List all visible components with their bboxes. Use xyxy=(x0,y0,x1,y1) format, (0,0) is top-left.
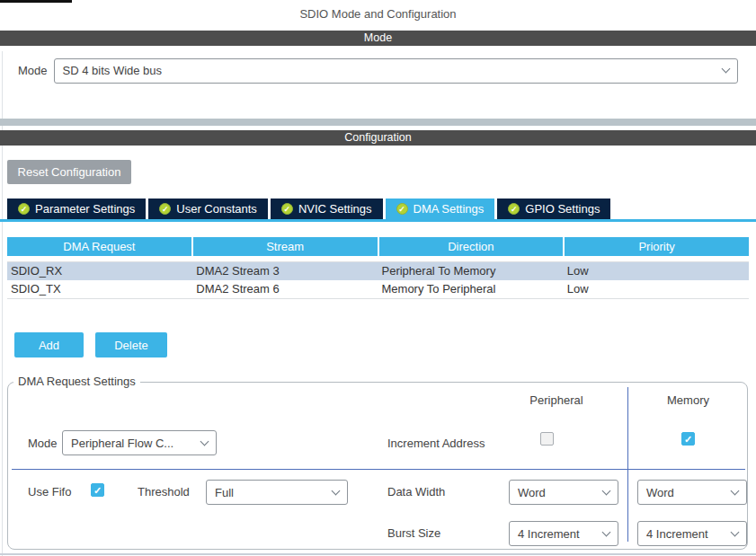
settings-row-divider xyxy=(12,469,745,470)
dma-table-header: DMA Request Stream Direction Priority xyxy=(7,237,749,256)
threshold-select-value: Full xyxy=(215,486,234,499)
check-circle-icon xyxy=(508,203,520,215)
section-divider-bar xyxy=(0,119,756,126)
cell-dma-request: SDIO_TX xyxy=(7,280,192,298)
tab-label: DMA Settings xyxy=(414,202,485,216)
panel-left-border xyxy=(2,51,3,556)
reset-configuration-button[interactable]: Reset Configuration xyxy=(7,160,131,184)
tab-dma-settings[interactable]: DMA Settings xyxy=(386,199,495,219)
page-title: SDIO Mode and Configuration xyxy=(0,7,756,21)
cell-stream: DMA2 Stream 6 xyxy=(192,280,378,298)
mode-label: Mode xyxy=(18,64,48,77)
threshold-select[interactable]: Full xyxy=(206,480,348,505)
table-row-sdio-tx[interactable]: SDIO_TX DMA2 Stream 6 Memory To Peripher… xyxy=(7,280,749,298)
tab-label: User Constants xyxy=(176,202,257,216)
data-width-memory-select[interactable]: Word xyxy=(637,480,747,505)
check-circle-icon xyxy=(396,203,408,215)
tab-gpio-settings[interactable]: GPIO Settings xyxy=(497,199,610,219)
peripheral-memory-divider xyxy=(627,387,628,542)
tab-label: GPIO Settings xyxy=(525,202,600,216)
dma-mode-label: Mode xyxy=(28,437,58,450)
cell-priority: Low xyxy=(564,262,749,280)
tab-user-constants[interactable]: User Constants xyxy=(148,199,268,219)
table-row-sdio-rx[interactable]: SDIO_RX DMA2 Stream 3 Peripheral To Memo… xyxy=(7,262,749,280)
tab-nvic-settings[interactable]: NVIC Settings xyxy=(271,199,383,219)
chevron-down-icon xyxy=(200,437,209,446)
configuration-tabs: Parameter Settings User Constants NVIC S… xyxy=(7,199,610,219)
cell-dma-request: SDIO_RX xyxy=(7,262,192,280)
chevron-down-icon xyxy=(602,486,611,495)
chevron-down-icon xyxy=(731,486,740,495)
column-header-stream[interactable]: Stream xyxy=(193,237,378,256)
dma-table-body: SDIO_RX DMA2 Stream 3 Peripheral To Memo… xyxy=(7,261,749,299)
data-width-memory-value: Word xyxy=(646,486,674,499)
cell-stream: DMA2 Stream 3 xyxy=(192,262,378,280)
tab-label: Parameter Settings xyxy=(35,202,135,216)
check-circle-icon xyxy=(281,203,293,215)
data-width-peripheral-value: Word xyxy=(518,486,546,499)
chevron-down-icon xyxy=(731,527,740,536)
check-circle-icon xyxy=(159,203,171,215)
burst-size-label: Burst Size xyxy=(387,526,440,540)
group-legend: DMA Request Settings xyxy=(13,375,140,388)
cell-direction: Memory To Peripheral xyxy=(378,280,564,298)
threshold-label: Threshold xyxy=(138,485,190,499)
mode-select[interactable]: SD 4 bits Wide bus xyxy=(54,58,738,84)
tab-parameter-settings[interactable]: Parameter Settings xyxy=(7,199,146,219)
active-tab-underline xyxy=(0,219,756,222)
burst-size-peripheral-value: 4 Increment xyxy=(518,527,580,541)
peripheral-column-header: Peripheral xyxy=(485,393,628,407)
column-header-dma-request[interactable]: DMA Request xyxy=(7,237,191,256)
cell-priority: Low xyxy=(564,280,749,298)
check-circle-icon xyxy=(18,203,30,215)
increment-address-peripheral-checkbox[interactable] xyxy=(540,432,554,446)
burst-size-peripheral-select[interactable]: 4 Increment xyxy=(509,521,618,546)
top-edge-strip xyxy=(0,0,72,3)
dma-mode-select[interactable]: Peripheral Flow C... xyxy=(62,430,217,455)
configuration-section-bar: Configuration xyxy=(0,130,756,146)
memory-column-header: Memory xyxy=(627,393,749,407)
delete-button[interactable]: Delete xyxy=(95,332,167,357)
mode-section-bar: Mode xyxy=(0,31,756,46)
data-width-label: Data Width xyxy=(387,485,445,499)
increment-address-label: Increment Address xyxy=(387,437,485,450)
sdio-config-panel: SDIO Mode and Configuration Mode Mode SD… xyxy=(0,0,756,556)
dma-request-settings-group: DMA Request Settings Peripheral Memory M… xyxy=(7,382,748,550)
increment-address-memory-checkbox[interactable] xyxy=(681,432,695,446)
burst-size-memory-value: 4 Increment xyxy=(646,527,708,541)
mode-select-value: SD 4 bits Wide bus xyxy=(63,64,163,77)
mode-row: Mode SD 4 bits Wide bus xyxy=(18,57,738,84)
data-width-peripheral-select[interactable]: Word xyxy=(509,480,618,505)
cell-direction: Peripheral To Memory xyxy=(378,262,564,280)
add-button[interactable]: Add xyxy=(14,332,84,357)
tab-label: NVIC Settings xyxy=(298,202,372,216)
burst-size-memory-select[interactable]: 4 Increment xyxy=(637,521,747,546)
use-fifo-label: Use Fifo xyxy=(28,485,71,499)
panel-bottom-border xyxy=(0,553,756,555)
column-header-direction[interactable]: Direction xyxy=(379,237,564,256)
chevron-down-icon xyxy=(722,65,731,74)
dma-mode-select-value: Peripheral Flow C... xyxy=(71,437,173,450)
chevron-down-icon xyxy=(332,486,341,495)
use-fifo-checkbox[interactable] xyxy=(91,483,104,497)
column-header-priority[interactable]: Priority xyxy=(565,237,749,256)
chevron-down-icon xyxy=(602,527,611,536)
